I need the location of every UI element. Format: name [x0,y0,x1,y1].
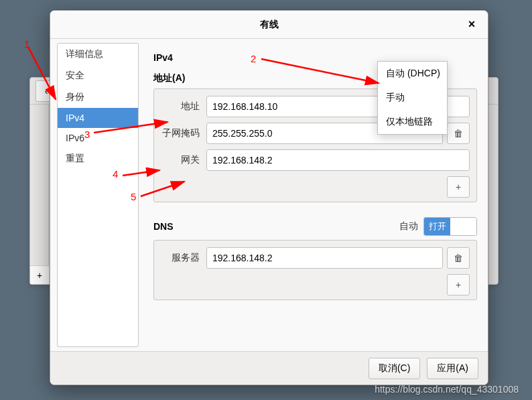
annotation-4: 4 [113,168,118,180]
switch-on-label: 打开 [424,218,450,235]
dns-auto-label: 自动 [399,220,418,232]
dns-auto-switch[interactable]: 打开 [423,217,477,236]
gateway-label: 网关 [161,154,206,166]
annotation-3: 3 [84,129,90,140]
apply-button[interactable]: 应用(A) [427,358,478,379]
sidebar-item-ipv4[interactable]: IPv4 [58,108,138,128]
dialog-footer: 取消(C) 应用(A) [50,351,488,385]
dialog-title: 有线 [260,19,279,31]
annotation-2: 2 [251,53,256,64]
address-add-button[interactable]: + [447,176,470,198]
dns-delete-button[interactable]: 🗑 [447,247,470,269]
address-label: 地址 [161,101,206,113]
cancel-button[interactable]: 取消(C) [369,358,420,379]
plus-icon: + [456,279,461,290]
switch-knob [450,218,476,235]
bg-sidebar-add[interactable]: + [30,265,49,284]
dialog-title-bar: 有线 × [50,11,488,39]
dns-server-label: 服务器 [161,252,206,264]
dns-panel: 服务器 🗑 + [153,240,477,300]
ipv4-method-dropdown: 自动 (DHCP) 手动 仅本地链路 [377,61,448,135]
dropdown-item-dhcp[interactable]: 自动 (DHCP) [378,62,447,86]
trash-icon: 🗑 [454,253,463,263]
dns-server-input[interactable] [206,247,443,269]
sidebar-item-security[interactable]: 安全 [58,65,138,86]
plus-icon: + [456,182,461,192]
dropdown-item-manual[interactable]: 手动 [378,86,447,110]
dialog-close-button[interactable]: × [465,17,478,31]
sidebar-item-reset[interactable]: 重置 [58,148,138,170]
settings-sidebar: 详细信息 安全 身份 IPv4 IPv6 重置 [57,43,139,347]
annotation-1: 1 [24,38,29,50]
sidebar-item-ipv6[interactable]: IPv6 [58,128,138,148]
dns-add-button[interactable]: + [447,274,470,295]
netmask-label: 子网掩码 [161,127,206,139]
watermark: https://blog.csdn.net/qq_43301008 [375,384,519,395]
trash-icon: 🗑 [454,128,463,139]
dns-heading: DNS [153,221,174,232]
address-delete-button[interactable]: 🗑 [447,123,470,144]
sidebar-item-identity[interactable]: 身份 [58,86,138,108]
gateway-input[interactable] [206,149,470,171]
dropdown-item-linklocal[interactable]: 仅本地链路 [378,110,447,134]
annotation-5: 5 [131,191,136,202]
wired-settings-dialog: 有线 × 详细信息 安全 身份 IPv4 IPv6 重置 IPv4 地址(A) … [50,10,488,385]
sidebar-item-details[interactable]: 详细信息 [58,44,138,65]
